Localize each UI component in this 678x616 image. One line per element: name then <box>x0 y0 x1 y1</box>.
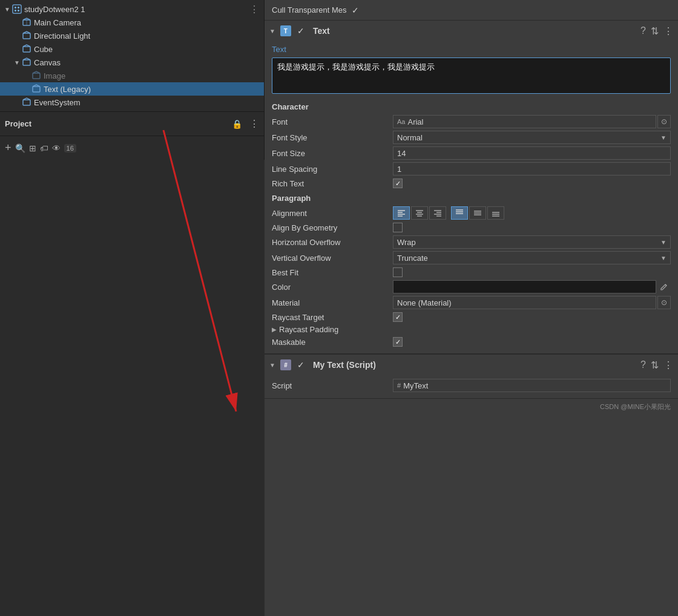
svg-rect-8 <box>23 47 30 52</box>
svg-line-37 <box>665 284 666 286</box>
align-top-btn[interactable] <box>451 206 468 220</box>
script-field[interactable]: # MyText <box>393 379 671 392</box>
hierarchy-item-label-textLegacy: Text (Legacy) <box>44 85 91 94</box>
alignment-horizontal-group <box>393 206 446 220</box>
best-fit-checkbox[interactable] <box>393 267 403 277</box>
svg-rect-11 <box>33 87 40 92</box>
hierarchy-item-label-studyDotween21: studyDotween2 1 <box>24 5 85 14</box>
eye-btn[interactable]: 👁 <box>52 143 61 153</box>
maskable-row: Maskable ✓ <box>272 335 671 349</box>
align-right-icon <box>433 209 442 217</box>
project-bar: Project 🔒 ⋮ <box>0 111 264 136</box>
my-text-help-btn[interactable]: ? <box>640 359 646 370</box>
hierarchy-item-canvas[interactable]: ▼ Canvas <box>0 56 264 69</box>
text-component: ▼ T ✓ Text ? ⇅ ⋮ Text 我是游戏提示，我是游戏提示，我是游戏… <box>265 21 678 354</box>
best-fit-value <box>393 267 671 277</box>
hierarchy-more-btn[interactable]: ⋮ <box>249 4 264 15</box>
vertical-overflow-dropdown[interactable]: Truncate ▼ <box>393 251 671 264</box>
line-spacing-input[interactable] <box>393 162 671 175</box>
color-row: Color <box>272 279 671 295</box>
text-field-label: Text <box>272 44 671 55</box>
cube-icon-textLegacy <box>31 84 41 94</box>
alignment-row: Alignment <box>272 205 671 221</box>
svg-rect-2 <box>18 7 19 8</box>
svg-rect-0 <box>13 5 21 13</box>
line-spacing-value <box>393 162 671 175</box>
settings-icon <box>12 4 22 14</box>
hierarchy-item-textLegacy[interactable]: ▶ Text (Legacy) <box>0 82 264 96</box>
hierarchy-item-directionalLight[interactable]: ▶ Directional Light <box>0 29 264 42</box>
font-style-dropdown-arrow: ▼ <box>660 134 666 141</box>
text-settings-btn[interactable]: ⇅ <box>651 25 659 37</box>
script-label: Script <box>272 381 393 390</box>
text-field-input[interactable]: 我是游戏提示，我是游戏提示，我是游戏提示 <box>272 57 671 94</box>
vertical-overflow-label: Vertical Overflow <box>272 254 393 263</box>
align-right-btn[interactable] <box>429 206 446 220</box>
raycast-padding-row[interactable]: ▶ Raycast Padding <box>272 324 671 335</box>
material-select-btn[interactable]: ⊙ <box>657 296 671 309</box>
alignment-vertical-group <box>451 206 504 220</box>
tree-arrow-studyDotween21: ▼ <box>2 6 12 13</box>
material-field[interactable]: None (Material) <box>393 296 656 309</box>
text-component-header[interactable]: ▼ T ✓ Text ? ⇅ ⋮ <box>265 21 678 41</box>
grid-btn[interactable]: ⊞ <box>29 143 36 153</box>
font-style-dropdown[interactable]: Normal ▼ <box>393 131 671 144</box>
raycast-target-checkbox[interactable]: ✓ <box>393 312 403 322</box>
color-label: Color <box>272 283 393 292</box>
hierarchy-item-mainCamera[interactable]: ▶ Main Camera <box>0 16 264 29</box>
align-left-btn[interactable] <box>393 206 410 220</box>
font-select-btn[interactable]: ⊙ <box>657 115 671 128</box>
maskable-checkbox[interactable]: ✓ <box>393 337 403 347</box>
line-spacing-label: Line Spacing <box>272 165 393 174</box>
font-field[interactable]: Aa Arial <box>393 115 656 128</box>
font-style-dropdown-value: Normal <box>397 133 423 142</box>
my-text-settings-btn[interactable]: ⇅ <box>651 359 659 371</box>
hierarchy-item-eventSystem[interactable]: ▶ EventSystem <box>0 96 264 109</box>
horizontal-overflow-dropdown[interactable]: Wrap ▼ <box>393 235 671 249</box>
text-component-enabled-check[interactable]: ✓ <box>297 26 304 36</box>
horizontal-overflow-dropdown-arrow: ▼ <box>660 239 666 246</box>
color-value <box>393 280 671 293</box>
script-value: # MyText <box>393 379 671 392</box>
watermark-container: CSDN @MINE小果阳光 <box>265 399 678 415</box>
project-more-icon[interactable]: ⋮ <box>249 118 259 129</box>
hierarchy-item-image[interactable]: ▶ Image <box>0 69 264 82</box>
align-by-geometry-checkbox[interactable] <box>393 223 403 232</box>
my-text-component-header[interactable]: ▼ # ✓ My Text (Script) ? ⇅ ⋮ <box>265 355 678 375</box>
my-text-more-btn[interactable]: ⋮ <box>663 359 673 371</box>
svg-rect-4 <box>18 10 19 11</box>
align-bottom-btn[interactable] <box>487 206 504 220</box>
svg-rect-7 <box>23 33 30 39</box>
my-text-prop-group: Script # MyText <box>265 375 678 398</box>
tag-btn[interactable]: 🏷 <box>40 143 48 153</box>
my-text-component-enabled-check[interactable]: ✓ <box>297 360 304 370</box>
align-center-btn[interactable] <box>411 206 428 220</box>
hierarchy-item-label-directionalLight: Directional Light <box>34 31 90 41</box>
cull-transparent-check[interactable]: ✓ <box>352 5 359 15</box>
text-more-btn[interactable]: ⋮ <box>663 25 673 37</box>
color-edit-btn[interactable] <box>657 280 671 293</box>
color-field[interactable] <box>393 280 656 293</box>
font-style-label: Font Style <box>272 133 393 142</box>
paragraph-section-title: Paragraph <box>272 190 671 205</box>
vertical-overflow-row: Vertical Overflow Truncate ▼ <box>272 250 671 266</box>
my-text-component-collapse-arrow: ▼ <box>269 362 275 369</box>
align-center-icon <box>415 209 424 217</box>
project-lock-icon[interactable]: 🔒 <box>232 119 242 129</box>
text-help-btn[interactable]: ? <box>640 25 646 36</box>
rich-text-checkbox[interactable]: ✓ <box>393 179 403 188</box>
add-btn[interactable]: + <box>5 142 12 154</box>
badge-count: 16 <box>64 144 76 152</box>
search-btn[interactable]: 🔍 <box>15 143 25 153</box>
hierarchy-item-cube[interactable]: ▶ Cube <box>0 42 264 56</box>
my-text-component: ▼ # ✓ My Text (Script) ? ⇅ ⋮ Script <box>265 354 678 399</box>
svg-rect-12 <box>23 100 30 105</box>
hierarchy-item-studyDotween21[interactable]: ▼ studyDotween2 1 ⋮ <box>0 2 264 16</box>
align-middle-btn[interactable] <box>469 206 486 220</box>
hierarchy-item-label-image: Image <box>44 71 65 80</box>
align-top-icon <box>455 209 464 217</box>
font-size-input[interactable] <box>393 146 671 160</box>
align-bottom-icon <box>492 209 500 217</box>
align-middle-icon <box>473 209 482 217</box>
font-label: Font <box>272 117 393 126</box>
